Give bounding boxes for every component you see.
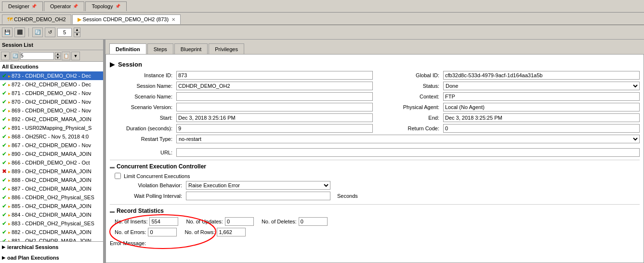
sub-tab-blueprint[interactable]: Blueprint (174, 43, 208, 54)
session-item-866[interactable]: ✔▸866 - CDHDR_DEMO_OH2 - Oct (0, 158, 103, 167)
end-input[interactable] (443, 113, 640, 122)
session-name-input[interactable] (176, 82, 373, 90)
return-code-input[interactable] (443, 124, 640, 133)
toolbar-refresh-btn[interactable]: 🔄 (32, 28, 43, 37)
toolbar-spinner-input[interactable] (57, 28, 72, 37)
nav-tab-designer[interactable]: Designer 📌 (2, 1, 43, 11)
sub-tab-definition-label: Definition (116, 46, 140, 52)
sub-tab-privileges[interactable]: Privileges (209, 43, 244, 54)
session-map-icon-885: ▸ (8, 204, 11, 209)
session-item-892[interactable]: ✔▸892 - OH2_CDHDR_MARA_JOIN (0, 115, 103, 124)
global-id-input[interactable] (443, 71, 640, 80)
session-map-icon-888: ▸ (8, 178, 11, 183)
cec-collapse-icon[interactable]: ▬ (110, 164, 115, 169)
session-item-889[interactable]: ✖▸889 - OH2_CDHDR_MARA_JOIN (0, 167, 103, 176)
sub-tab-definition[interactable]: Definition (109, 43, 146, 54)
sessions-spinner-up[interactable]: ▲ (55, 52, 61, 56)
rs-header: ▬ Record Statistics (110, 208, 640, 214)
session-status-icon-866: ✔ (2, 159, 7, 166)
document-tabs-area: 🗺 CDHDR_DEMO_OH2 ▶ Session CDHDR_DEMO_OH… (0, 13, 644, 25)
session-label-891: 891 - USR02Mapping_Physical_S (12, 125, 92, 131)
session-map-icon-869: ▸ (8, 108, 11, 113)
nav-tab-operator[interactable]: Operator 📌 (44, 1, 84, 11)
rs-row-1: No. of Inserts: No. of Updates: No. of D… (115, 217, 640, 226)
session-item-885[interactable]: ✔▸885 - OH2_CDHDR_MARA_JOIN (0, 202, 103, 210)
session-item-870[interactable]: ✔▸870 - OH2_CDHDR_DEMO - Nov (0, 97, 103, 106)
url-input[interactable] (176, 148, 640, 157)
rs-collapse-icon[interactable]: ▬ (110, 208, 115, 214)
filter-btn[interactable]: ▼ (1, 52, 10, 60)
session-status-icon-884: ✔ (2, 211, 7, 218)
doc-tab-session-873[interactable]: ▶ Session CDHDR_DEMO_OH2 (873) ✕ (72, 14, 181, 24)
doc-tab-cdhdr[interactable]: 🗺 CDHDR_DEMO_OH2 (2, 14, 71, 24)
session-map-icon-889: ▸ (8, 169, 11, 174)
session-status-icon-873: ✔ (2, 72, 7, 79)
session-item-891[interactable]: ✔▸891 - USR02Mapping_Physical_S (0, 124, 103, 132)
session-item-873[interactable]: ✔▸873 - CDHDR_DEMO_OH2 - Dec (0, 71, 103, 80)
scenario-name-input[interactable] (176, 92, 373, 101)
toolbar-refresh2-btn[interactable]: ↺ (45, 28, 55, 37)
session-map-icon-866: ▸ (8, 160, 11, 166)
status-select[interactable]: Done Running Error (443, 82, 640, 90)
sessions-more-btn[interactable]: ▼ (71, 52, 80, 60)
session-item-884[interactable]: ✔▸884 - OH2_CDHDR_MARA_JOIN (0, 210, 103, 219)
sub-tab-steps[interactable]: Steps (147, 43, 173, 54)
restart-type-select[interactable]: no-restart (176, 135, 640, 143)
spinner-down[interactable]: ▼ (74, 32, 80, 37)
rows-input[interactable] (217, 228, 246, 236)
return-code-label: Return Code: (377, 125, 439, 131)
toolbar-save-btn[interactable]: 💾 (2, 28, 13, 37)
deletes-input[interactable] (299, 217, 328, 226)
violation-select[interactable]: Raise Execution Error (186, 181, 330, 190)
session-item-886[interactable]: ✔▸886 - CDHDR_OH2_Physical_SES (0, 193, 103, 202)
instance-id-label: Instance ID: (110, 72, 172, 78)
session-label-889: 889 - OH2_CDHDR_MARA_JOIN (12, 168, 92, 174)
session-label-870: 870 - OH2_CDHDR_DEMO - Nov (12, 99, 91, 105)
nav-tab-topology-label: Topology (92, 3, 113, 9)
scenario-version-label: Scenario Version: (110, 104, 172, 110)
context-input[interactable] (443, 92, 640, 101)
session-item-890[interactable]: ✔▸890 - OH2_CDHDR_MARA_JOIN (0, 150, 103, 158)
session-label-884: 884 - OH2_CDHDR_MARA_JOIN (12, 212, 92, 218)
error-message-label: Error Message: (110, 240, 146, 246)
session-list-header: Session List (0, 40, 103, 50)
load-plan-executions-item[interactable]: ▶ oad Plan Executions (0, 252, 103, 263)
session-item-868[interactable]: ✔▸868 - OH25RC - Nov 5, 2018 4:0 (0, 132, 103, 141)
session-item-883[interactable]: ✔▸883 - CDHDR_OH2_Physical_SES (0, 219, 103, 228)
session-map-icon-890: ▸ (8, 152, 11, 157)
session-item-887[interactable]: ✔▸887 - OH2_CDHDR_MARA_JOIN (0, 184, 103, 193)
sessions-filter-input[interactable] (20, 52, 54, 60)
spinner-up[interactable]: ▲ (74, 28, 80, 32)
errors-input[interactable] (148, 228, 177, 236)
session-item-872[interactable]: ✔▸872 - OH2_CDHDR_DEMO - Dec (0, 80, 103, 89)
session-item-867[interactable]: ✔▸867 - OH2_CDHDR_DEMO - Nov (0, 141, 103, 150)
toolbar-stop-btn[interactable]: ⬛ (14, 28, 25, 37)
inserts-input[interactable] (149, 217, 178, 226)
sessions-view-btn[interactable]: 📋 (62, 52, 70, 60)
session-map-icon-892: ▸ (8, 117, 11, 122)
start-input[interactable] (176, 113, 373, 122)
end-label: End: (377, 115, 439, 121)
sessions-spinner-down[interactable]: ▼ (55, 56, 61, 60)
nav-tab-operator-label: Operator (50, 3, 71, 9)
session-item-888[interactable]: ✔▸888 - OH2_CDHDR_MARA_JOIN (0, 176, 103, 184)
session-item-869[interactable]: ✔▸869 - CDHDR_DEMO_OH2 - Nov (0, 106, 103, 115)
nav-tab-topology[interactable]: Topology 📌 (85, 1, 126, 11)
session-item-882[interactable]: ✔▸882 - OH2_CDHDR_MARA_JOIN (0, 228, 103, 236)
session-label-881: 881 - OH2_CDHDR_MARA_JOIN (12, 238, 92, 241)
session-item-881[interactable]: ✔▸881 - OH2_CDHDR_MARA_JOIN (0, 236, 103, 241)
session-label-866: 866 - CDHDR_DEMO_OH2 - Oct (12, 160, 90, 166)
wait-polling-input[interactable] (186, 192, 330, 200)
refresh-sessions-btn[interactable]: 🔄 (11, 52, 19, 60)
scenario-version-input[interactable] (176, 103, 373, 111)
session-tab-close[interactable]: ✕ (171, 17, 175, 22)
limit-concurrent-checkbox[interactable] (115, 173, 121, 179)
duration-input[interactable] (176, 124, 373, 133)
updates-input[interactable] (225, 217, 254, 226)
instance-id-input[interactable] (176, 71, 373, 80)
url-label: URL: (110, 150, 172, 155)
physical-agent-input[interactable] (443, 103, 640, 111)
duration-label: Duration (seconds): (110, 125, 172, 131)
hierarchical-sessions-item[interactable]: ▶ ierarchical Sessions (0, 242, 103, 252)
session-item-871[interactable]: ✔▸871 - CDHDR_DEMO_OH2 - Nov (0, 89, 103, 97)
